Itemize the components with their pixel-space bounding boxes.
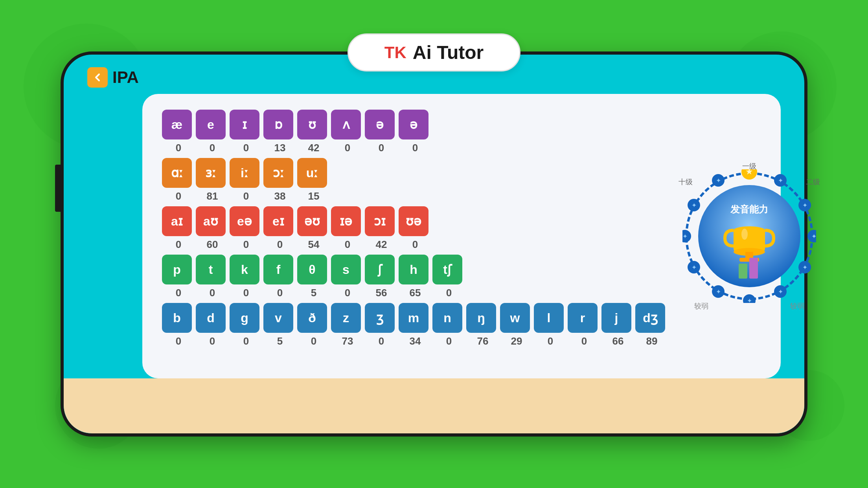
svg-text:✦: ✦ [682, 233, 688, 240]
count-dzh: 89 [637, 335, 667, 347]
ph-btn-p[interactable]: p [162, 255, 192, 284]
ipa-back-button[interactable]: IPA [87, 67, 139, 88]
row2-buttons: ɑː ɜː iː ɔː uː [162, 158, 667, 188]
ph-btn-ia[interactable]: ɪə [331, 206, 361, 236]
ph-btn-g[interactable]: g [230, 303, 259, 333]
count-z: 73 [333, 335, 362, 347]
ph-btn-ei[interactable]: eɪ [263, 206, 293, 236]
ph-btn-ah[interactable]: ɑː [162, 158, 192, 188]
ph-btn-e[interactable]: e [196, 110, 226, 139]
count-zh: 0 [366, 335, 396, 347]
ph-btn-ou[interactable]: əʊ [297, 206, 327, 236]
ph-btn-schwa2[interactable]: ə [399, 110, 428, 139]
svg-text:✦: ✦ [811, 233, 817, 240]
count-k: 0 [231, 287, 261, 299]
ph-btn-o[interactable]: ɒ [263, 110, 293, 139]
count-s: 0 [333, 287, 362, 299]
svg-text:✦: ✦ [691, 202, 697, 209]
phoneme-grid: æ e ɪ ɒ ʊ ʌ ə ə 0 0 0 13 42 0 0 [162, 110, 667, 363]
trophy-area: 一级 十级 二级 [682, 110, 816, 363]
row2-counts: 0 81 0 38 15 [162, 190, 667, 202]
svg-rect-33 [739, 264, 747, 279]
count-ai: 0 [164, 238, 193, 251]
phoneme-row-4: p t k f θ s ʃ h tʃ 0 0 0 0 5 0 5 [162, 255, 667, 299]
count-ae: 0 [164, 142, 193, 154]
ph-btn-j[interactable]: j [601, 303, 631, 333]
ph-btn-ai[interactable]: aɪ [162, 206, 192, 236]
ph-btn-ee[interactable]: iː [230, 158, 259, 188]
count-u: 42 [299, 142, 329, 154]
ph-btn-eth[interactable]: ð [297, 303, 327, 333]
ph-btn-f[interactable]: f [263, 255, 293, 284]
count-b: 0 [164, 335, 193, 347]
count-e: 0 [197, 142, 227, 154]
rank-bottom-right: 较弱 [790, 301, 804, 311]
phone-bottom [64, 378, 804, 433]
circle-ring-svg: ★ ✦ ✦ ✦ ✦ ✦ ✦ ✦ [682, 169, 816, 303]
ph-btn-ng[interactable]: ŋ [466, 303, 496, 333]
ph-btn-ae[interactable]: æ [162, 110, 192, 139]
ph-btn-n[interactable]: n [432, 303, 462, 333]
count-v: 5 [265, 335, 295, 347]
svg-rect-34 [749, 258, 758, 279]
row5-buttons: b d g v ð z ʒ m n ŋ w l r j dʒ [162, 303, 667, 333]
count-d: 0 [197, 335, 227, 347]
ph-btn-u[interactable]: ʊ [297, 110, 327, 139]
row1-buttons: æ e ɪ ɒ ʊ ʌ ə ə [162, 110, 667, 139]
count-r: 0 [569, 335, 599, 347]
count-ah: 0 [164, 190, 193, 202]
count-w: 29 [502, 335, 531, 347]
ph-btn-lambda[interactable]: ʌ [331, 110, 361, 139]
ph-btn-zh[interactable]: ʒ [365, 303, 395, 333]
svg-text:发音能力: 发音能力 [730, 204, 768, 215]
ph-btn-h[interactable]: h [399, 255, 428, 284]
count-tsh: 0 [434, 287, 464, 299]
ph-btn-z[interactable]: z [331, 303, 361, 333]
ph-btn-d[interactable]: d [196, 303, 226, 333]
ph-btn-k[interactable]: k [230, 255, 259, 284]
ph-btn-oi[interactable]: ɔɪ [365, 206, 395, 236]
count-p: 0 [164, 287, 193, 299]
ph-btn-r[interactable]: r [568, 303, 598, 333]
row5-counts: 0 0 0 5 0 73 0 34 0 76 29 0 0 66 89 [162, 335, 667, 347]
ph-btn-theta[interactable]: θ [297, 255, 327, 284]
ph-btn-oo[interactable]: uː [297, 158, 327, 188]
ph-btn-v[interactable]: v [263, 303, 293, 333]
count-lambda: 0 [333, 142, 362, 154]
count-m: 34 [400, 335, 430, 347]
count-schwa1: 0 [366, 142, 396, 154]
ph-btn-m[interactable]: m [399, 303, 428, 333]
count-j: 66 [603, 335, 633, 347]
ph-btn-w[interactable]: w [500, 303, 530, 333]
ph-btn-aw[interactable]: ɔː [263, 158, 293, 188]
ph-btn-b[interactable]: b [162, 303, 192, 333]
side-notch [55, 165, 64, 212]
main-card: æ e ɪ ɒ ʊ ʌ ə ə 0 0 0 13 42 0 0 [142, 94, 781, 378]
count-theta: 5 [299, 287, 329, 299]
count-schwa2: 0 [400, 142, 430, 154]
ph-btn-ea[interactable]: eə [230, 206, 259, 236]
count-ei: 0 [265, 238, 295, 251]
ph-btn-i[interactable]: ɪ [230, 110, 259, 139]
ph-btn-er[interactable]: ɜː [196, 158, 226, 188]
ph-btn-l[interactable]: l [534, 303, 564, 333]
count-o: 13 [265, 142, 295, 154]
row1-counts: 0 0 0 13 42 0 0 0 [162, 142, 667, 154]
svg-text:✦: ✦ [778, 177, 783, 184]
back-arrow-icon [87, 67, 108, 88]
count-eth: 0 [299, 335, 329, 347]
ph-btn-dzh[interactable]: dʒ [635, 303, 665, 333]
ph-btn-tsh[interactable]: tʃ [432, 255, 462, 284]
svg-text:✦: ✦ [747, 297, 752, 303]
row4-buttons: p t k f θ s ʃ h tʃ [162, 255, 667, 284]
ph-btn-au[interactable]: aʊ [196, 206, 226, 236]
ph-btn-s[interactable]: s [331, 255, 361, 284]
ph-btn-t[interactable]: t [196, 255, 226, 284]
row3-buttons: aɪ aʊ eə eɪ əʊ ɪə ɔɪ ʊə [162, 206, 667, 236]
ph-btn-schwa1[interactable]: ə [365, 110, 395, 139]
count-ia: 0 [333, 238, 362, 251]
ph-btn-ua[interactable]: ʊə [399, 206, 428, 236]
count-g: 0 [231, 335, 261, 347]
count-au: 60 [197, 238, 227, 251]
ph-btn-sh[interactable]: ʃ [365, 255, 395, 284]
